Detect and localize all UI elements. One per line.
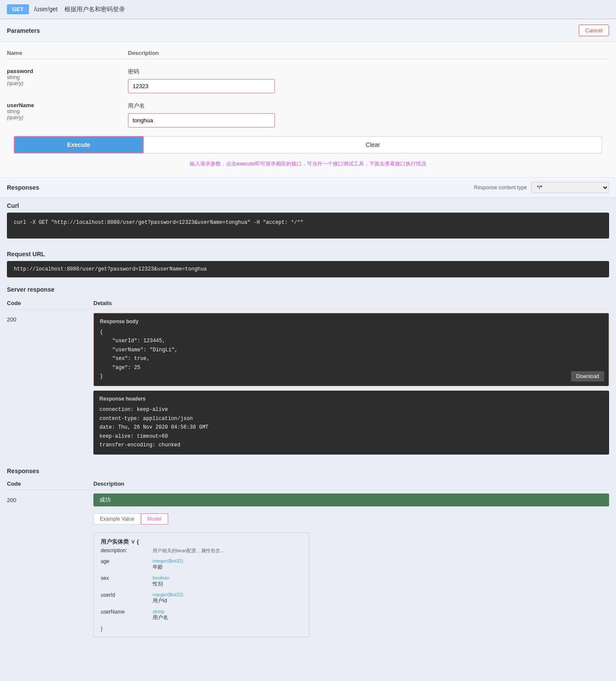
response-body-container: Response body { "userId": 123445, "userN… [93, 313, 609, 386]
request-url-section: Request URL http://localhost:8080/user/g… [0, 246, 616, 282]
server-response-title: Server response [7, 286, 609, 293]
field-info-age: integer($int32) 年龄 [153, 558, 302, 571]
field-info-username-schema: string 用户名 [153, 609, 302, 621]
request-url-block: http://localhost:8080/user/get?password=… [7, 261, 609, 277]
code-header: Code [7, 300, 93, 306]
field-desc-username-schema: 用户名 [153, 614, 302, 621]
description-text: 根据用户名和密码登录 [64, 6, 125, 13]
request-url-label: Request URL [7, 251, 609, 258]
response-body-code: { "userId": 123445, "userName": "DingLi"… [100, 328, 603, 381]
model-description-label: description: [101, 547, 153, 554]
model-field-sex: sex boolean 性别 [101, 575, 302, 588]
response-code-200: 200 [7, 313, 93, 323]
curl-label: Curl [7, 202, 609, 209]
field-info-userid: integer($int32) 用户id [153, 592, 302, 605]
curl-code-block: curl -X GET "http://localhost:8080/user/… [7, 213, 609, 239]
response-headers-title: Response headers [99, 396, 603, 402]
param-name-username: userName [7, 102, 128, 108]
response-headers-block: Response headers connection: keep-alive … [93, 391, 609, 455]
field-name-sex: sex [101, 575, 153, 581]
response-content-type-row: Response content type */* [474, 182, 609, 193]
example-model-tabs: Example Value Model [93, 513, 609, 525]
endpoint-path: /user/get 根据用户名和密码登录 [34, 6, 125, 13]
clear-button[interactable]: Clear [144, 136, 602, 153]
param-desc-col-username: 用户名 [128, 102, 609, 127]
schema-code-header: Code [7, 481, 93, 487]
download-button[interactable]: Download [571, 371, 604, 382]
success-badge: 成功 [93, 493, 609, 506]
field-type-sex: boolean [153, 575, 302, 580]
responses-schema-title: Responses [7, 468, 609, 474]
content-type-select[interactable]: */* [531, 182, 609, 193]
parameters-title: Parameters [7, 27, 40, 34]
param-location-username: (query) [7, 115, 128, 121]
params-header-row: Name Description [7, 47, 609, 59]
content-type-label: Response content type [474, 185, 527, 191]
execute-clear-row: Execute Clear [14, 136, 602, 153]
method-badge: GET [7, 4, 29, 14]
server-response-table: Code Details 200 Response body { "userId… [7, 297, 609, 455]
model-description-value: 用户相关的bean配置，属性包含... [153, 547, 302, 554]
param-row-username: userName string (query) 用户名 [7, 98, 609, 132]
param-type-password: string [7, 74, 128, 80]
execute-button[interactable]: Execute [14, 136, 144, 153]
details-header: Details [93, 300, 609, 306]
responses-schema-header: Code Description [7, 478, 609, 490]
password-input[interactable] [128, 79, 275, 93]
model-closing: } [101, 626, 302, 632]
model-tab[interactable]: Model [141, 513, 168, 525]
description-column-header: Description [128, 50, 609, 56]
schema-code-200: 200 [7, 493, 93, 503]
response-body-title: Response body [100, 318, 603, 325]
field-name-userid: userId [101, 592, 153, 598]
field-type-userid: integer($int32) [153, 592, 302, 597]
schema-row: 200 成功 Example Value Model 用户实体类 ∨ { des… [7, 493, 609, 637]
response-table-header: Code Details [7, 297, 609, 309]
field-desc-sex: 性别 [153, 580, 302, 588]
param-label-username: 用户名 [128, 102, 609, 110]
parameters-section-header: Parameters Cancel [0, 19, 616, 42]
param-type-username: string [7, 108, 128, 115]
model-field-username: userName string 用户名 [101, 609, 302, 621]
server-response-row: 200 Response body { "userId": 123445, "u… [7, 313, 609, 455]
model-field-userid: userId integer($int32) 用户id [101, 592, 302, 605]
schema-details: 成功 Example Value Model 用户实体类 ∨ { descrip… [93, 493, 609, 637]
example-value-tab[interactable]: Example Value [93, 513, 141, 525]
model-field-age: age integer($int32) 年龄 [101, 558, 302, 571]
responses-schema-section: Responses Code Description 200 成功 Exampl… [0, 463, 616, 642]
responses-header: Responses Response content type */* [0, 177, 616, 198]
field-desc-age: 年龄 [153, 563, 302, 571]
model-box: 用户实体类 ∨ { description: 用户相关的bean配置，属性包含.… [93, 532, 310, 637]
model-title: 用户实体类 ∨ { [101, 538, 302, 546]
top-bar: GET /user/get 根据用户名和密码登录 [0, 0, 616, 19]
name-column-header: Name [7, 50, 128, 56]
param-desc-col-password: 密码 [128, 68, 609, 93]
param-name-col-username: userName string (query) [7, 102, 128, 121]
param-name-password: password [7, 68, 128, 74]
model-description-row: description: 用户相关的bean配置，属性包含... [101, 547, 302, 554]
field-type-username-schema: string [153, 609, 302, 614]
model-title-text: 用户实体类 [101, 538, 129, 545]
field-desc-userid: 用户id [153, 597, 302, 605]
path-text: /user/get [34, 6, 57, 13]
param-label-password: 密码 [128, 68, 609, 76]
field-info-sex: boolean 性别 [153, 575, 302, 588]
param-location-password: (query) [7, 80, 128, 86]
responses-header-title: Responses [7, 184, 39, 191]
parameters-table: Name Description password string (query)… [0, 42, 616, 177]
cancel-button[interactable]: Cancel [579, 25, 609, 36]
response-headers-content: connection: keep-alive content-type: app… [99, 405, 603, 449]
field-name-username-schema: userName [101, 609, 153, 615]
field-type-age: integer($int32) [153, 558, 302, 563]
server-response-section: Server response Code Details 200 Respons… [0, 282, 616, 459]
field-name-age: age [101, 558, 153, 564]
param-name-col-password: password string (query) [7, 68, 128, 86]
curl-section: Curl curl -X GET "http://localhost:8080/… [0, 198, 616, 246]
hint-text: 输入请求参数，点击execute即可请求相应的接口，可当作一个接口测试工具，下面… [7, 158, 609, 172]
schema-description-header: Description [93, 481, 609, 487]
param-row-password: password string (query) 密码 [7, 64, 609, 98]
username-input[interactable] [128, 113, 275, 127]
response-details: Response body { "userId": 123445, "userN… [93, 313, 609, 455]
